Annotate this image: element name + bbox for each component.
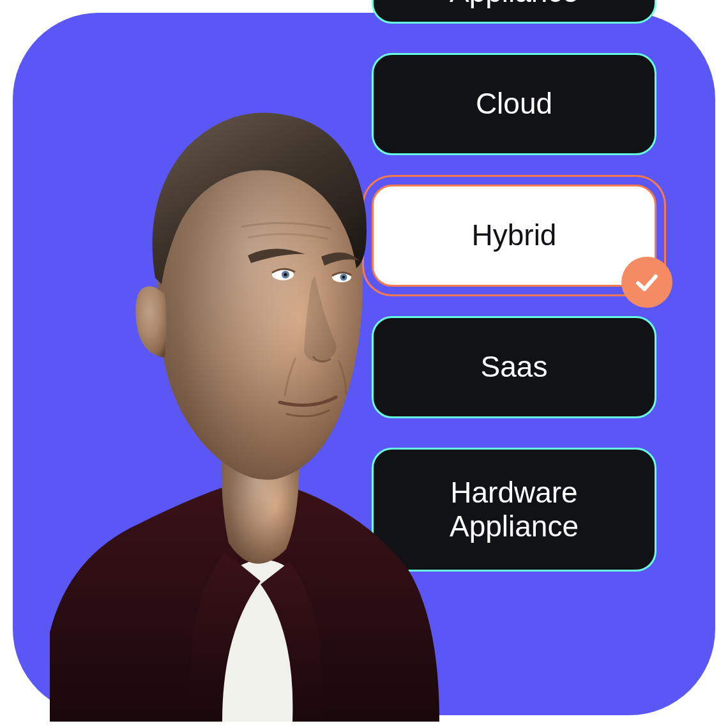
checkmark-icon [621,257,672,308]
deployment-options-list: Appliance Cloud Hybrid Saas Hardware App… [372,0,656,572]
option-label: Appliance [450,0,579,9]
option-cloud[interactable]: Cloud [372,53,656,155]
option-hardware-appliance[interactable]: Hardware Appliance [372,448,656,572]
option-hybrid[interactable]: Hybrid [372,185,656,287]
option-label: Hardware Appliance [450,476,579,543]
option-saas[interactable]: Saas [372,316,656,418]
option-label: Hybrid [472,218,557,252]
option-appliance[interactable]: Appliance [372,0,656,24]
canvas: Appliance Cloud Hybrid Saas Hardware App… [0,0,728,728]
option-label: Saas [481,350,548,384]
option-label: Cloud [476,87,552,121]
